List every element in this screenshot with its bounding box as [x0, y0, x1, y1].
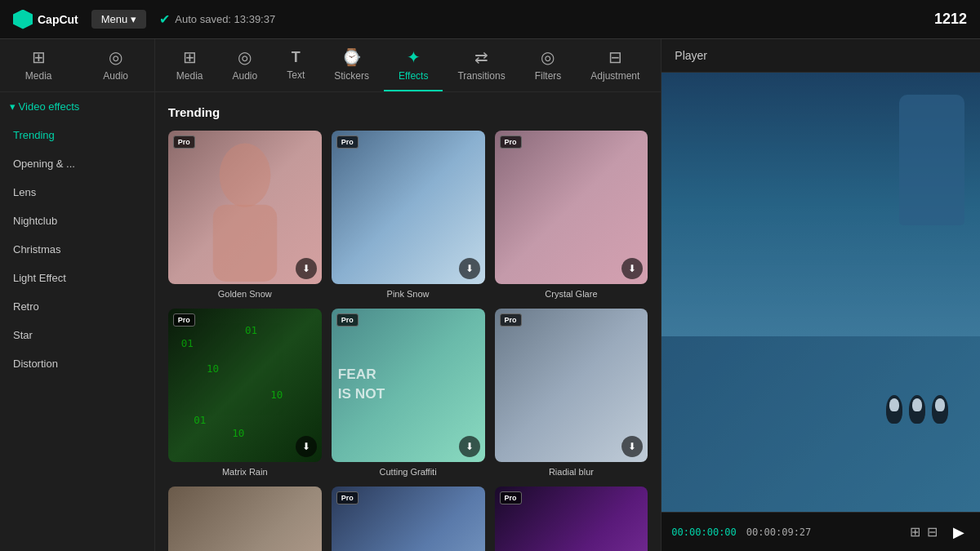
effect-card-crystal-glare[interactable]: Pro ⬇ Crystal Glare: [495, 131, 648, 299]
effect-thumb-cutting-graffiti: Pro ⬇ FEAR IS NOT: [332, 309, 485, 462]
main-layout: ⊞ Media ◎ Audio ▾ Video effects Trending…: [0, 39, 980, 551]
penguin: [886, 395, 902, 424]
center-panel: ⊞ Media ◎ Audio T Text ⌚ Stickers ✦ Effe…: [155, 39, 662, 551]
download-button[interactable]: ⬇: [459, 258, 480, 279]
left-sidebar: ⊞ Media ◎ Audio ▾ Video effects Trending…: [0, 39, 155, 551]
person-silhouette: [899, 95, 964, 225]
sidebar-item-nightclub[interactable]: Nightclub: [0, 207, 154, 235]
audio-label: Audio: [103, 70, 128, 82]
effect-label-pink-snow: Pink Snow: [332, 289, 485, 299]
pro-badge: Pro: [336, 136, 359, 149]
pro-badge: Pro: [500, 491, 522, 504]
player-viewport: [662, 73, 980, 512]
autosave-status: ✔ Auto saved: 13:39:37: [159, 11, 275, 27]
effect-card-optical-zoom[interactable]: ⬇ Optical Zoom: [168, 487, 322, 551]
media-top-icon: ⊞: [183, 47, 197, 67]
sidebar-item-distortion[interactable]: Distortion: [0, 349, 154, 378]
adjustment-icon: ⊟: [608, 47, 622, 67]
effect-thumb-crystal-glare: Pro ⬇: [495, 131, 648, 284]
topbar: CapCut Menu ▾ ✔ Auto saved: 13:39:37 121…: [0, 0, 980, 39]
filters-label: Filters: [535, 70, 562, 82]
effect-thumb-matrix-rain: Pro ⬇ 01 10 01 10 01 10: [168, 309, 322, 462]
topbar-counter: 1212: [934, 11, 967, 28]
tab-audio-top[interactable]: ◎ Audio: [218, 39, 273, 91]
filters-icon: ◎: [541, 47, 555, 67]
effect-card-golden-snow[interactable]: Pro ⬇ Golden Snow: [168, 131, 322, 299]
transitions-label: Transitions: [457, 70, 505, 82]
effect-card-color-flicker[interactable]: Pro ⬇ Color Flicker: [495, 487, 648, 551]
logo: CapCut: [13, 10, 78, 29]
play-button[interactable]: ▶: [947, 521, 970, 544]
sidebar-item-light-effect[interactable]: Light Effect: [0, 264, 154, 292]
grid-icon-1[interactable]: ⊞: [910, 524, 920, 540]
pro-badge: Pro: [500, 136, 522, 149]
menu-label: Menu: [101, 13, 128, 25]
media-icon: ⊞: [32, 47, 46, 67]
adjustment-label: Adjustment: [590, 70, 639, 82]
svg-text:01: 01: [180, 337, 193, 349]
effect-thumb-optical-zoom: ⬇: [168, 487, 322, 551]
video-effects-header[interactable]: ▾ Video effects: [0, 92, 154, 121]
effect-card-flash-blur[interactable]: Pro ⬇ Flash Blur: [332, 487, 485, 551]
effects-grid: Pro ⬇ Golden Snow Pro ⬇ Pink Snow: [168, 131, 648, 551]
logo-text: CapCut: [38, 13, 78, 26]
player-header: Player: [662, 39, 980, 73]
effect-thumb-golden-snow: Pro ⬇: [168, 131, 322, 284]
grid-icon-2[interactable]: ⊟: [927, 524, 938, 540]
autosave-text: Auto saved: 13:39:37: [175, 13, 275, 25]
effect-card-radial-blur[interactable]: Pro ⬇ Riadial blur: [495, 309, 648, 477]
tab-text[interactable]: T Text: [272, 41, 319, 91]
tab-adjustment[interactable]: ⊟ Adjustment: [576, 39, 654, 91]
time-total: 00:00:09:27: [746, 527, 811, 538]
download-button[interactable]: ⬇: [621, 258, 643, 279]
tab-effects[interactable]: ✦ Effects: [384, 39, 443, 91]
penguin: [932, 395, 948, 424]
pro-badge: Pro: [500, 313, 522, 327]
audio-icon: ◎: [109, 47, 122, 67]
pro-badge: Pro: [336, 491, 359, 504]
effects-label: Effects: [399, 70, 428, 82]
logo-icon: [13, 10, 33, 29]
download-button[interactable]: ⬇: [621, 436, 643, 457]
effects-content: Trending Pro ⬇ Golden Snow Pro ⬇ P: [155, 92, 662, 551]
effect-label-crystal-glare: Crystal Glare: [495, 289, 648, 299]
sidebar-item-christmas[interactable]: Christmas: [0, 235, 154, 264]
svg-text:10: 10: [270, 388, 283, 400]
effect-label-matrix-rain: Matrix Rain: [168, 467, 322, 477]
menu-button[interactable]: Menu ▾: [91, 10, 147, 29]
tab-audio[interactable]: ◎ Audio: [77, 39, 154, 91]
effects-icon: ✦: [407, 47, 421, 67]
tab-media[interactable]: ⊞ Media: [0, 39, 77, 91]
sidebar-item-retro[interactable]: Retro: [0, 292, 154, 321]
transitions-icon: ⇄: [474, 47, 488, 67]
tab-transitions[interactable]: ⇄ Transitions: [443, 39, 519, 91]
effect-thumb-radial-blur: Pro ⬇: [495, 309, 648, 462]
player-controls: 00:00:00:00 00:00:09:27 ⊞ ⊟ ▶: [662, 512, 980, 551]
media-label: Media: [25, 70, 52, 82]
video-effects-label: ▾ Video effects: [10, 100, 79, 113]
effect-card-pink-snow[interactable]: Pro ⬇ Pink Snow: [332, 131, 485, 299]
effect-card-cutting-graffiti[interactable]: Pro ⬇ FEAR IS NOT Cutting Graffiti: [332, 309, 485, 477]
effect-label-radial-blur: Riadial blur: [495, 467, 648, 477]
stickers-icon: ⌚: [341, 47, 362, 67]
sidebar-item-opening[interactable]: Opening & ...: [0, 149, 154, 178]
sidebar-item-lens[interactable]: Lens: [0, 178, 154, 207]
audio-top-icon: ◎: [238, 47, 252, 67]
sidebar-item-trending[interactable]: Trending: [0, 121, 154, 149]
tab-filters[interactable]: ◎ Filters: [520, 39, 577, 91]
download-button[interactable]: ⬇: [296, 258, 317, 279]
tab-media-top[interactable]: ⊞ Media: [162, 39, 218, 91]
effect-card-matrix-rain[interactable]: Pro ⬇ 01 10 01 10 01 10 Matrix Rain: [168, 309, 322, 477]
svg-text:01: 01: [194, 414, 206, 426]
text-icon: T: [292, 49, 301, 66]
grid-icons: ⊞ ⊟: [910, 524, 938, 540]
svg-text:IS NOT: IS NOT: [337, 384, 385, 401]
svg-text:10: 10: [232, 426, 244, 438]
right-panel: Player 00:00:00:00 00:00:09:27 ⊞ ⊟ ▶: [662, 39, 980, 551]
sidebar-item-star[interactable]: Star: [0, 321, 154, 349]
tab-stickers[interactable]: ⌚ Stickers: [319, 39, 384, 91]
svg-text:10: 10: [207, 362, 219, 375]
penguin-group: [886, 395, 948, 424]
stickers-label: Stickers: [334, 70, 369, 82]
effect-thumb-color-flicker: Pro ⬇: [495, 487, 648, 551]
